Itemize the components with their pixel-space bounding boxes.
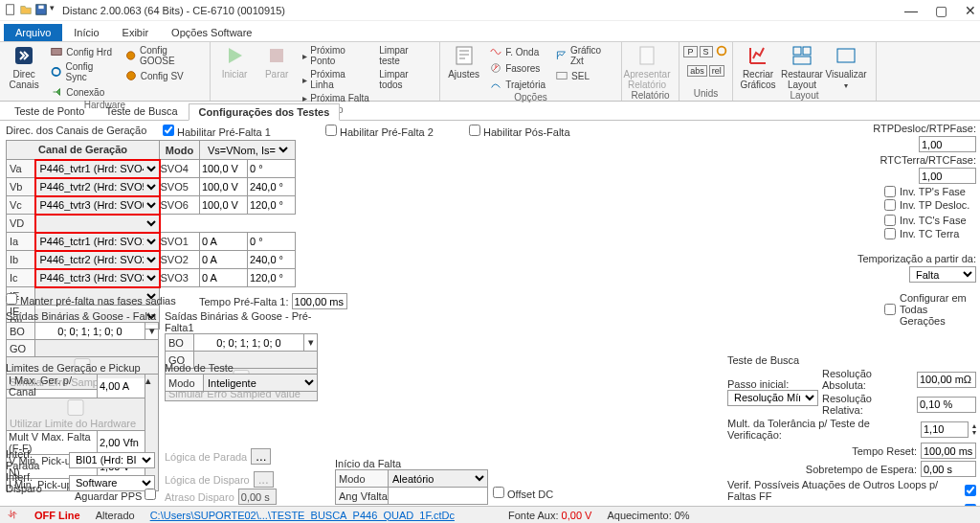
limpar-teste-button[interactable]: Limpar teste: [377, 44, 434, 67]
spinner-icon[interactable]: ▴▾: [972, 422, 976, 436]
close-button[interactable]: ✕: [965, 3, 976, 18]
iniciar-button[interactable]: Iniciar: [216, 44, 253, 80]
config-sv-button[interactable]: Config SV: [122, 68, 204, 83]
ch-mag-input[interactable]: [200, 197, 247, 214]
unit-rel-icon[interactable]: rel: [709, 65, 724, 77]
ch-select[interactable]: P446_tvtr3 (Hrd: SVO6): [36, 197, 159, 214]
ribbon-tab-exibir[interactable]: Exibir: [111, 24, 161, 41]
qat-open-icon[interactable]: [19, 3, 33, 18]
status-conn-icon[interactable]: [6, 508, 19, 523]
rtc-terra-input[interactable]: [919, 168, 976, 184]
logica-parada-button[interactable]: ...: [251, 448, 271, 465]
unit-cycle-icon[interactable]: [715, 44, 728, 59]
tab-config-testes[interactable]: Configurações dos Testes: [189, 103, 341, 121]
aguardar-pps-check[interactable]: Aguardar PPS: [75, 489, 156, 502]
chevron-down-icon[interactable]: ▾: [145, 323, 159, 340]
habilitar-pre2-check[interactable]: Habilitar Pré-Falta 2: [325, 125, 434, 138]
logica-disparo-button[interactable]: ...: [254, 471, 274, 488]
ch-select[interactable]: [36, 216, 159, 232]
tempo-pre1-input[interactable]: [292, 293, 347, 309]
go-falta-input[interactable]: [35, 340, 158, 356]
ch-ang-input[interactable]: [248, 197, 295, 214]
config-goose-button[interactable]: Config GOOSE: [122, 44, 204, 67]
res-abs-input[interactable]: [917, 372, 976, 388]
status-path-link[interactable]: C:\Users\SUPORTE02\...\TESTE_BUSCA_P446_…: [150, 510, 455, 521]
inv-tcs-fase-check[interactable]: Inv. TC's Fase: [708, 215, 976, 226]
res-rel-input[interactable]: [917, 397, 976, 413]
trajetoria-button[interactable]: Trajetória: [487, 77, 547, 92]
offset-dc-check[interactable]: Offset DC: [493, 487, 553, 500]
ch-select[interactable]: P446_tctr3 (Hrd: SVO3): [36, 270, 159, 286]
ch-select[interactable]: P446_tctr2 (Hrd: SVO2): [36, 252, 159, 268]
conexao-button[interactable]: Conexão: [48, 84, 117, 100]
fasores-button[interactable]: Fasores: [487, 60, 547, 76]
manter-prefalta-check[interactable]: Manter pré-falta nas fases sadias: [6, 293, 176, 307]
habilitar-pre1-check[interactable]: Habilitar Pré-Falta 1: [163, 125, 271, 138]
proxima-linha-button[interactable]: ▸Próxima Linha: [301, 68, 371, 91]
passo-select[interactable]: Resolução Mín: [727, 390, 818, 406]
inv-tps-fase-check[interactable]: Inv. TP's Fase: [708, 186, 976, 197]
tempo-reset-input[interactable]: [921, 443, 976, 459]
ch-select[interactable]: P446_tctr1 (Hrd: SVO1): [36, 234, 159, 250]
ch-ang-input[interactable]: [248, 234, 295, 250]
ch-select[interactable]: P446_tvtr1 (Hrd: SVO4): [36, 161, 159, 177]
ch-ang-input[interactable]: [248, 270, 295, 286]
ch-mag-input[interactable]: [200, 234, 247, 250]
bo-pre1-input[interactable]: [194, 334, 303, 351]
if-modo-select[interactable]: Aleatório: [389, 470, 487, 487]
proximo-ponto-button[interactable]: ▸Próximo Ponto: [301, 44, 371, 67]
direc-canais-button[interactable]: Direc Canais: [6, 44, 42, 90]
ch-mag-input[interactable]: [200, 179, 247, 195]
apresentar-relatorio-button[interactable]: Apresentar Relatório: [628, 44, 666, 90]
rtp-desloc-input[interactable]: [919, 136, 976, 152]
ajustes-button[interactable]: Ajustes: [446, 44, 481, 80]
grafico-zxt-button[interactable]: Gráfico Zxt: [553, 44, 615, 67]
tab-teste-busca[interactable]: Teste de Busca: [95, 102, 188, 120]
inv-tp-desloc-check[interactable]: Inv. TP Desloc.: [708, 199, 976, 211]
unit-abs-icon[interactable]: abs: [687, 65, 707, 77]
tab-teste-ponto[interactable]: Teste de Ponto: [4, 102, 95, 120]
verif-loops-check[interactable]: Verif. Possíveis Atuações de Outros Loop…: [727, 479, 976, 502]
qat-dropdown-icon[interactable]: ▾: [50, 3, 55, 18]
habilitar-pos-check[interactable]: Habilitar Pós-Falta: [469, 125, 570, 138]
atraso-disparo-input[interactable]: [238, 489, 277, 505]
ch-select[interactable]: P446_tvtr2 (Hrd: SVO5): [36, 179, 159, 195]
sel-button[interactable]: SEL: [553, 68, 615, 83]
qat-new-icon[interactable]: [4, 3, 17, 18]
sobretempo-input[interactable]: [921, 461, 976, 477]
recriar-graficos-button[interactable]: Recriar Gráficos: [739, 44, 777, 90]
inv-tc-terra-check[interactable]: Inv. TC Terra: [708, 228, 976, 239]
ribbon-tab-opcoes[interactable]: Opções Software: [160, 24, 263, 41]
modo-select[interactable]: Vs=VNom, Is=0: [204, 142, 291, 158]
limpar-todos-button[interactable]: Limpar todos: [377, 68, 434, 91]
bo-falta-input[interactable]: [35, 323, 145, 339]
ch-mag-input[interactable]: [200, 270, 247, 286]
config-hrd-button[interactable]: Config Hrd: [48, 44, 117, 59]
ch-ang-input[interactable]: [248, 161, 295, 177]
if-ang-input[interactable]: [389, 488, 487, 504]
unit-p-icon[interactable]: P: [683, 46, 697, 57]
modo-intel-select[interactable]: Inteligente: [204, 375, 317, 391]
ch-mag-input[interactable]: [200, 161, 247, 177]
ch-ang-input[interactable]: [248, 252, 295, 268]
config-sync-button[interactable]: Config Sync: [48, 60, 117, 83]
visualizar-button[interactable]: Visualizar▾: [827, 44, 865, 90]
temp-partir-select[interactable]: Falta: [909, 266, 976, 283]
chevron-down-icon[interactable]: ▾: [304, 334, 318, 352]
mult-tol-input[interactable]: [921, 421, 969, 438]
maximize-button[interactable]: ▢: [935, 3, 947, 18]
imax-input[interactable]: [98, 378, 145, 395]
unit-s-icon[interactable]: S: [700, 46, 713, 57]
restaurar-layout-button[interactable]: Restaurar Layout: [783, 44, 821, 90]
minimize-button[interactable]: —: [904, 3, 918, 18]
ch-mag-input[interactable]: [200, 252, 247, 268]
ribbon-tab-inicio[interactable]: Início: [62, 24, 110, 41]
parar-button[interactable]: Parar: [258, 44, 295, 80]
configurar-todas-check[interactable]: Configurar em Todas Gerações: [708, 292, 976, 327]
ch-ang-input[interactable]: [248, 179, 295, 195]
scroll-up-icon[interactable]: ▴: [145, 375, 158, 387]
f-onda-button[interactable]: F. Onda: [487, 44, 547, 59]
qat-save-icon[interactable]: [34, 3, 48, 18]
interf-parada-select[interactable]: BI01 (Hrd: BI1): [69, 452, 155, 468]
ribbon-tab-arquivo[interactable]: Arquivo: [4, 24, 62, 41]
